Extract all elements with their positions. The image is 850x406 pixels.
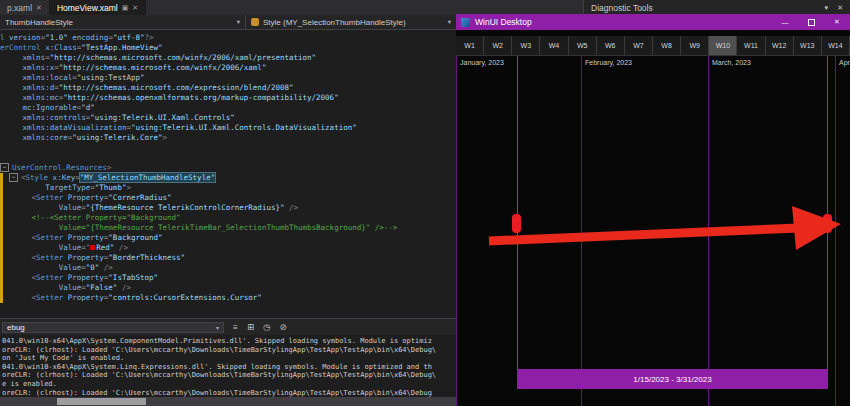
minimize-button[interactable]: — — [772, 14, 798, 30]
winui-desktop-window: WinUI Desktop — ✕ W1W2W3W4W5W6W7W8W9W10W… — [456, 14, 850, 406]
code-token: x:Class — [41, 43, 77, 52]
chevron-down-icon[interactable]: ▾ — [825, 4, 829, 12]
code-token: Value="{ThemeResource TelerikTimeBar_Sel… — [59, 223, 398, 232]
fold-collapse-icon[interactable]: − — [9, 173, 18, 182]
code-line[interactable]: Value="0" /> — [0, 263, 456, 273]
code-line[interactable]: <Setter Property="Background" — [0, 233, 456, 243]
code-token: xmlns:dataVisualization — [23, 123, 127, 132]
code-line[interactable]: xmlns:mc="http://schemas.openxmlformats.… — [0, 93, 456, 103]
selection-thumb-left[interactable] — [512, 214, 521, 233]
code-line[interactable]: xmlns:d="http://schemas.microsoft.com/ex… — [0, 83, 456, 93]
week-cell[interactable]: W11 — [737, 36, 765, 55]
code-token: "MY_SelectionThumbHandleStyle" — [80, 173, 215, 182]
history-icon[interactable]: ◷ — [263, 323, 270, 331]
week-cell[interactable]: W6 — [597, 36, 625, 55]
code-token: xmlns — [23, 53, 46, 62]
close-button[interactable]: ✕ — [824, 14, 850, 30]
code-token: "http://schemas.microsoft.com/expression… — [59, 83, 294, 92]
code-line[interactable]: l version="1.0" encoding="utf-8"?> — [0, 33, 456, 43]
code-token: "controls:CursorExtensions.Cursor" — [108, 293, 262, 302]
horizontal-scrollbar[interactable] — [0, 397, 456, 406]
code-line[interactable]: Value="{ThemeResource TelerikTimeBar_Sel… — [0, 223, 456, 233]
output-line: oreCLR: (clrhost): Loaded 'C:\Users\mcca… — [2, 346, 456, 355]
code-token: Property — [63, 293, 104, 302]
code-token: "using:TestApp" — [77, 73, 145, 82]
diagnostic-tools-panel-header[interactable]: Diagnostic Tools ▾ ✕ — [583, 0, 850, 15]
code-token: Value — [59, 263, 82, 272]
code-token: "Thumb" — [95, 183, 127, 192]
code-token: "False" — [86, 283, 118, 292]
week-cell[interactable]: W5 — [569, 36, 597, 55]
code-line[interactable]: Value="False" /> — [0, 283, 456, 293]
close-icon[interactable]: ✕ — [36, 4, 42, 12]
scrollbar-thumb[interactable] — [57, 398, 146, 405]
code-line[interactable]: <!--<Setter Property="Background" — [0, 213, 456, 223]
code-line[interactable]: <Setter Property="controls:CursorExtensi… — [0, 293, 456, 303]
week-cell[interactable]: W7 — [625, 36, 653, 55]
code-token: Setter — [36, 233, 63, 242]
output-panel: ebug ▾ ≡ ⊞ ◷ ⊘ 041.0\win10-x64\AppX\Syst… — [0, 318, 456, 406]
winui-titlebar[interactable]: WinUI Desktop — ✕ — [456, 14, 850, 30]
pin-icon[interactable]: ▣ — [122, 4, 129, 12]
week-cell[interactable]: W12 — [766, 36, 794, 55]
close-icon[interactable]: ✕ — [132, 4, 138, 12]
code-line[interactable]: <Setter Property="CornerRadius" — [0, 193, 456, 203]
week-cell[interactable]: W8 — [653, 36, 681, 55]
fold-collapse-icon[interactable]: − — [0, 163, 9, 172]
code-token: "BorderThickness" — [108, 253, 185, 262]
messages-icon[interactable]: ≡ — [233, 323, 238, 331]
code-token: > — [163, 133, 168, 142]
code-area[interactable]: l version="1.0" encoding="utf-8"?>erCont… — [0, 33, 456, 303]
nav-style-label: Style (MY_SelectionThumbHandleStyle) — [263, 18, 406, 27]
code-token: "TestApp.HomeView" — [81, 43, 162, 52]
month-grid-line — [456, 56, 457, 406]
code-token: /> — [114, 243, 128, 252]
output-toolbar: ebug ▾ ≡ ⊞ ◷ ⊘ — [0, 319, 456, 335]
code-line[interactable] — [0, 143, 456, 153]
code-token: Property — [63, 273, 104, 282]
week-cell[interactable]: W14 — [822, 36, 850, 55]
code-line[interactable]: TargetType="Thumb"> — [0, 183, 456, 193]
nav-dropdown-element[interactable]: ThumbHandleStyle ▾ — [0, 15, 246, 29]
week-cell[interactable]: W4 — [540, 36, 568, 55]
tab-partial[interactable]: p.xaml ✕ — [0, 0, 50, 15]
week-cell[interactable]: W2 — [484, 36, 512, 55]
week-cell[interactable]: W3 — [512, 36, 540, 55]
code-token: Setter — [36, 193, 63, 202]
close-icon[interactable]: ✕ — [837, 4, 843, 12]
week-cell[interactable]: W1 — [456, 36, 484, 55]
output-line: oreCLR: (clrhost): Loaded 'C:\Users\mcca… — [2, 389, 456, 398]
code-line[interactable]: xmlns:core="using:Telerik.Core"> — [0, 133, 456, 143]
week-cell[interactable]: W9 — [681, 36, 709, 55]
code-line[interactable]: xmlns:local="using:TestApp" — [0, 73, 456, 83]
selection-range-bar[interactable]: 1/15/2023 - 3/31/2023 — [517, 369, 828, 389]
goto-icon[interactable]: ⊞ — [247, 323, 254, 331]
code-line[interactable]: <Setter Property="BorderThickness" — [0, 253, 456, 263]
code-line[interactable]: erControl x:Class="TestApp.HomeView" — [0, 43, 456, 53]
code-line[interactable]: xmlns:x="http://schemas.microsoft.com/wi… — [0, 63, 456, 73]
code-line[interactable]: −<Style x:Key="MY_SelectionThumbHandleSt… — [0, 173, 456, 183]
output-line: oreCLR: (clrhost): Loaded 'C:\Users\mcca… — [2, 371, 456, 380]
nav-dropdown-style[interactable]: Style (MY_SelectionThumbHandleStyle) ▾ — [246, 15, 456, 29]
code-line[interactable]: −UserControl.Resources> — [0, 163, 456, 173]
selection-thumb-right[interactable] — [823, 214, 832, 233]
maximize-button[interactable] — [798, 14, 824, 30]
output-source-dropdown[interactable]: ebug ▾ — [2, 322, 224, 333]
code-line[interactable]: mc:Ignorable="d" — [0, 103, 456, 113]
code-line[interactable]: Value="Red" /> — [0, 243, 456, 253]
week-cell[interactable]: W10 — [709, 36, 737, 55]
code-line[interactable] — [0, 153, 456, 163]
code-editor[interactable]: l version="1.0" encoding="utf-8"?>erCont… — [0, 30, 456, 318]
clear-output-icon[interactable]: ⊘ — [280, 323, 287, 331]
tab-homeview-label: HomeView.xaml — [57, 3, 118, 13]
color-preview-swatch — [90, 245, 95, 250]
code-line[interactable]: Value="{ThemeResource TelerikControlCorn… — [0, 203, 456, 213]
code-line[interactable]: xmlns:controls="using:Telerik.UI.Xaml.Co… — [0, 113, 456, 123]
code-line[interactable]: xmlns:dataVisualization="using:Telerik.U… — [0, 123, 456, 133]
chevron-down-icon: ▾ — [216, 324, 219, 331]
code-line[interactable]: xmlns="http://schemas.microsoft.com/winf… — [0, 53, 456, 63]
week-cell[interactable]: W13 — [794, 36, 822, 55]
code-line[interactable]: <Setter Property="IsTabStop" — [0, 273, 456, 283]
code-token: l — [0, 33, 9, 42]
tab-homeview[interactable]: HomeView.xaml ▣ ✕ — [50, 0, 146, 15]
